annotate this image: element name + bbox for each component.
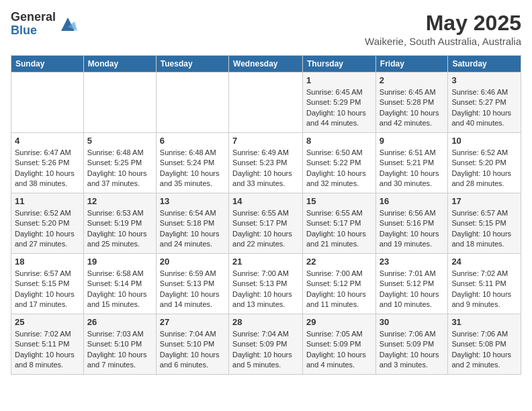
day-info: Sunrise: 6:58 AMSunset: 5:14 PMDaylight:… [87,269,152,310]
day-info: Sunrise: 7:00 AMSunset: 5:13 PMDaylight:… [232,269,299,310]
day-cell: 4Sunrise: 6:47 AMSunset: 5:26 PMDaylight… [11,133,84,193]
day-cell: 30Sunrise: 7:06 AMSunset: 5:09 PMDayligh… [375,314,448,375]
day-number: 19 [87,257,152,267]
day-info: Sunrise: 7:04 AMSunset: 5:10 PMDaylight:… [160,329,225,371]
day-cell: 3Sunrise: 6:46 AMSunset: 5:27 PMDaylight… [448,73,521,133]
day-info: Sunrise: 6:47 AMSunset: 5:26 PMDaylight:… [15,148,80,189]
day-info: Sunrise: 7:00 AMSunset: 5:12 PMDaylight:… [306,269,372,310]
day-cell [11,73,84,133]
day-info: Sunrise: 6:48 AMSunset: 5:25 PMDaylight:… [87,148,152,189]
logo-icon [58,15,77,34]
day-info: Sunrise: 7:05 AMSunset: 5:09 PMDaylight:… [306,329,372,371]
day-number: 15 [306,196,372,206]
day-info: Sunrise: 6:45 AMSunset: 5:29 PMDaylight:… [306,87,372,129]
day-cell: 10Sunrise: 6:52 AMSunset: 5:20 PMDayligh… [448,133,521,193]
calendar-header-row: SundayMondayTuesdayWednesdayThursdayFrid… [11,56,521,73]
title-area: May 2025 Waikerie, South Australia, Aust… [365,11,521,47]
day-cell: 5Sunrise: 6:48 AMSunset: 5:25 PMDaylight… [83,133,156,193]
day-number: 4 [15,136,80,146]
day-info: Sunrise: 6:54 AMSunset: 5:18 PMDaylight:… [160,208,225,250]
day-cell: 15Sunrise: 6:55 AMSunset: 5:17 PMDayligh… [303,193,376,254]
day-number: 31 [451,317,517,327]
day-cell: 25Sunrise: 7:02 AMSunset: 5:11 PMDayligh… [11,314,84,375]
day-cell: 18Sunrise: 6:57 AMSunset: 5:15 PMDayligh… [11,254,84,314]
logo-blue-text: Blue [11,24,56,38]
day-number: 25 [15,317,80,327]
day-number: 3 [451,75,517,85]
day-info: Sunrise: 6:53 AMSunset: 5:19 PMDaylight:… [87,208,152,250]
page-header: General Blue May 2025 Waikerie, South Au… [11,11,521,47]
day-cell: 28Sunrise: 7:04 AMSunset: 5:09 PMDayligh… [229,314,303,375]
day-number: 17 [451,196,517,206]
day-info: Sunrise: 7:06 AMSunset: 5:09 PMDaylight:… [380,329,445,371]
day-info: Sunrise: 7:02 AMSunset: 5:11 PMDaylight:… [15,329,80,371]
day-info: Sunrise: 6:55 AMSunset: 5:17 PMDaylight:… [232,208,299,250]
day-number: 9 [380,136,445,146]
day-number: 27 [160,317,225,327]
day-info: Sunrise: 6:46 AMSunset: 5:27 PMDaylight:… [451,87,517,129]
day-info: Sunrise: 7:03 AMSunset: 5:10 PMDaylight:… [87,329,152,371]
day-number: 29 [306,317,372,327]
week-row-1: 1Sunrise: 6:45 AMSunset: 5:29 PMDaylight… [11,73,521,133]
day-info: Sunrise: 6:56 AMSunset: 5:16 PMDaylight:… [380,208,445,250]
day-info: Sunrise: 7:01 AMSunset: 5:12 PMDaylight:… [380,269,445,310]
day-number: 13 [160,196,225,206]
day-number: 21 [232,257,299,267]
day-number: 1 [306,75,372,85]
day-cell: 16Sunrise: 6:56 AMSunset: 5:16 PMDayligh… [375,193,448,254]
header-monday: Monday [83,56,156,73]
day-cell: 9Sunrise: 6:51 AMSunset: 5:21 PMDaylight… [375,133,448,193]
month-title: May 2025 [365,11,521,36]
logo-general-text: General [11,11,56,24]
day-cell: 7Sunrise: 6:49 AMSunset: 5:23 PMDaylight… [229,133,303,193]
day-number: 26 [87,317,152,327]
day-info: Sunrise: 7:04 AMSunset: 5:09 PMDaylight:… [232,329,299,371]
day-number: 7 [232,136,299,146]
day-cell: 24Sunrise: 7:02 AMSunset: 5:11 PMDayligh… [448,254,521,314]
day-cell: 17Sunrise: 6:57 AMSunset: 5:15 PMDayligh… [448,193,521,254]
day-cell: 2Sunrise: 6:45 AMSunset: 5:28 PMDaylight… [375,73,448,133]
day-number: 2 [380,75,445,85]
day-cell: 19Sunrise: 6:58 AMSunset: 5:14 PMDayligh… [83,254,156,314]
day-cell [83,73,156,133]
day-info: Sunrise: 6:45 AMSunset: 5:28 PMDaylight:… [380,87,445,129]
week-row-5: 25Sunrise: 7:02 AMSunset: 5:11 PMDayligh… [11,314,521,375]
week-row-3: 11Sunrise: 6:52 AMSunset: 5:20 PMDayligh… [11,193,521,254]
day-number: 22 [306,257,372,267]
day-cell [229,73,303,133]
day-cell: 12Sunrise: 6:53 AMSunset: 5:19 PMDayligh… [83,193,156,254]
day-number: 11 [15,196,80,206]
day-info: Sunrise: 7:02 AMSunset: 5:11 PMDaylight:… [451,269,517,310]
day-cell: 11Sunrise: 6:52 AMSunset: 5:20 PMDayligh… [11,193,84,254]
day-info: Sunrise: 6:48 AMSunset: 5:24 PMDaylight:… [160,148,225,189]
week-row-4: 18Sunrise: 6:57 AMSunset: 5:15 PMDayligh… [11,254,521,314]
header-saturday: Saturday [448,56,521,73]
day-cell: 27Sunrise: 7:04 AMSunset: 5:10 PMDayligh… [156,314,228,375]
day-info: Sunrise: 6:52 AMSunset: 5:20 PMDaylight:… [15,208,80,250]
day-cell: 29Sunrise: 7:05 AMSunset: 5:09 PMDayligh… [303,314,376,375]
day-info: Sunrise: 6:52 AMSunset: 5:20 PMDaylight:… [451,148,517,189]
day-number: 30 [380,317,445,327]
day-number: 14 [232,196,299,206]
day-info: Sunrise: 6:55 AMSunset: 5:17 PMDaylight:… [306,208,372,250]
header-wednesday: Wednesday [229,56,303,73]
day-info: Sunrise: 6:59 AMSunset: 5:13 PMDaylight:… [160,269,225,310]
day-info: Sunrise: 7:06 AMSunset: 5:08 PMDaylight:… [451,329,517,371]
day-number: 18 [15,257,80,267]
header-thursday: Thursday [303,56,376,73]
logo: General Blue [11,11,77,38]
day-cell [156,73,228,133]
day-info: Sunrise: 6:57 AMSunset: 5:15 PMDaylight:… [15,269,80,310]
day-cell: 13Sunrise: 6:54 AMSunset: 5:18 PMDayligh… [156,193,228,254]
header-friday: Friday [375,56,448,73]
day-number: 28 [232,317,299,327]
day-number: 20 [160,257,225,267]
day-info: Sunrise: 6:57 AMSunset: 5:15 PMDaylight:… [451,208,517,250]
week-row-2: 4Sunrise: 6:47 AMSunset: 5:26 PMDaylight… [11,133,521,193]
day-number: 24 [451,257,517,267]
calendar-table: SundayMondayTuesdayWednesdayThursdayFrid… [11,55,521,375]
day-number: 23 [380,257,445,267]
day-number: 16 [380,196,445,206]
day-cell: 1Sunrise: 6:45 AMSunset: 5:29 PMDaylight… [303,73,376,133]
day-cell: 6Sunrise: 6:48 AMSunset: 5:24 PMDaylight… [156,133,228,193]
